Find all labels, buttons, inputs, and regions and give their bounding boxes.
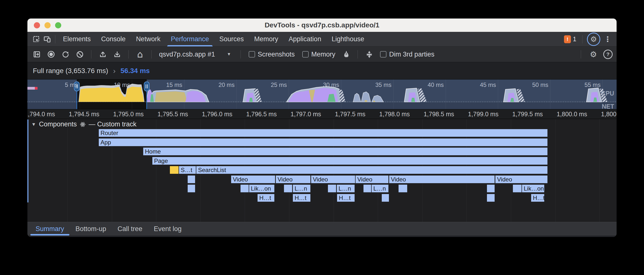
- screenshots-checkbox[interactable]: [249, 51, 255, 58]
- components-track-header[interactable]: ▼ Components — Custom track: [31, 120, 136, 128]
- flame-bar-home[interactable]: Home: [143, 148, 548, 155]
- selected-range-label[interactable]: 56.34 ms: [120, 67, 150, 75]
- capture-settings-gear-icon[interactable]: ⚙: [588, 49, 599, 60]
- home-icon[interactable]: ⌂: [134, 49, 146, 60]
- flame-bar-lik-on[interactable]: Lik…on: [522, 185, 544, 192]
- flame-bar-searchlist[interactable]: SearchList: [196, 166, 548, 174]
- ruler-tick-label: 1,798.0 ms: [379, 110, 410, 118]
- flame-bar-h-t[interactable]: H…t: [258, 194, 274, 202]
- flame-bar-router[interactable]: Router: [99, 129, 548, 137]
- download-profile-icon[interactable]: [112, 49, 122, 60]
- tab-sources[interactable]: Sources: [214, 32, 249, 46]
- ruler-tick-label: 1,796.0 ms: [202, 110, 232, 118]
- window-title: DevTools - qsvd7p.csb.app/video/1: [265, 21, 380, 29]
- flame-bar-h-t[interactable]: H…t: [337, 194, 354, 202]
- flame-bar[interactable]: [487, 194, 494, 202]
- issues-count[interactable]: 1: [573, 36, 576, 43]
- screenshots-label[interactable]: Screenshots: [258, 50, 295, 58]
- help-icon[interactable]: ?: [603, 50, 613, 59]
- flame-bar[interactable]: [240, 185, 249, 192]
- flame-bar[interactable]: [398, 185, 407, 192]
- cpu-burst-scripting: [78, 84, 144, 102]
- tab-summary[interactable]: Summary: [30, 222, 70, 236]
- flame-bar-video[interactable]: Video: [231, 176, 275, 183]
- ruler-tick-label: 1,795.5 ms: [158, 110, 188, 118]
- dim-3rd-parties-label[interactable]: Dim 3rd parties: [389, 50, 434, 58]
- screenshots-checkbox-group: Screenshots: [249, 50, 295, 58]
- tab-call-tree[interactable]: Call tree: [112, 222, 148, 236]
- device-toolbar-icon[interactable]: [42, 34, 52, 45]
- tab-console[interactable]: Console: [96, 32, 131, 46]
- tab-network[interactable]: Network: [131, 32, 166, 46]
- panel-tabs: ElementsConsoleNetworkPerformanceSources…: [58, 32, 370, 46]
- flame-bar-l-n[interactable]: L…n: [293, 185, 310, 192]
- flame-bar-lik-on[interactable]: Lik…on: [249, 185, 274, 192]
- flame-bar-video[interactable]: Video: [389, 176, 494, 183]
- flame-bar-l-n[interactable]: L…n: [372, 185, 388, 192]
- tab-memory[interactable]: Memory: [249, 32, 284, 46]
- zoom-window-button[interactable]: [55, 22, 61, 28]
- issues-warning-icon[interactable]: !: [564, 35, 571, 43]
- flame-bar[interactable]: [188, 185, 195, 192]
- tab-application[interactable]: Application: [284, 32, 326, 46]
- tab-elements[interactable]: Elements: [58, 32, 96, 46]
- flame-bar[interactable]: [513, 185, 522, 192]
- garbage-collect-icon[interactable]: [341, 49, 352, 60]
- devtools-window: DevTools - qsvd7p.csb.app/video/1 Elemen…: [28, 18, 616, 237]
- flame-bar[interactable]: [382, 194, 389, 202]
- flame-chart-area[interactable]: ▼ Components — Custom track RouterAppHom…: [28, 119, 616, 222]
- flame-bar-video[interactable]: Video: [276, 176, 310, 183]
- minimize-window-button[interactable]: [44, 22, 50, 28]
- reload-record-icon[interactable]: [60, 49, 71, 60]
- dim-3rd-parties-checkbox-group: Dim 3rd parties: [380, 50, 434, 58]
- network-request-marker: [28, 87, 38, 90]
- flame-bar[interactable]: [487, 185, 494, 192]
- toolbar-separator-5: [358, 50, 358, 58]
- title-bar: DevTools - qsvd7p.csb.app/video/1: [28, 18, 616, 32]
- settings-gear-icon[interactable]: ⚙: [587, 32, 600, 46]
- flame-bar-h-t[interactable]: H…t: [531, 194, 544, 202]
- react-atom-icon: [80, 122, 86, 128]
- history-dropdown[interactable]: qsvd7p.csb.app #1: [159, 50, 215, 58]
- flame-bar[interactable]: [188, 176, 195, 183]
- flame-bar-app[interactable]: App: [99, 138, 548, 146]
- flame-bar[interactable]: [328, 185, 336, 192]
- flame-bar[interactable]: [284, 185, 292, 192]
- track-name: Components: [39, 120, 77, 128]
- flame-bar-s-t[interactable]: S…t: [179, 166, 196, 174]
- chevron-down-icon[interactable]: ▼: [227, 52, 231, 57]
- upload-profile-icon[interactable]: [97, 49, 108, 60]
- flame-bar-h-t[interactable]: H…t: [293, 194, 310, 202]
- toolbar-separator-3: [151, 50, 152, 58]
- timeline-overview[interactable]: 5 ms10 ms15 ms20 ms25 ms30 ms35 ms40 ms4…: [28, 80, 616, 109]
- ruler-tick-label: 1,799.0 ms: [468, 110, 498, 118]
- tab-bottom-up[interactable]: Bottom-up: [70, 222, 112, 236]
- tab-performance[interactable]: Performance: [166, 32, 214, 46]
- inspect-element-icon[interactable]: [31, 34, 42, 45]
- collapse-tracks-icon[interactable]: [364, 49, 374, 60]
- memory-checkbox-group: Memory: [302, 50, 336, 58]
- flame-bar-l-n[interactable]: L…n: [337, 185, 354, 192]
- memory-checkbox[interactable]: [302, 51, 309, 58]
- tabbar-right-cluster: ! 1 ⚙ ⋮: [564, 32, 613, 46]
- toggle-sidebar-icon[interactable]: [31, 49, 42, 60]
- close-window-button[interactable]: [34, 22, 40, 28]
- dim-3rd-parties-checkbox[interactable]: [380, 51, 386, 58]
- flame-bar-page[interactable]: Page: [152, 157, 548, 165]
- flame-bar-video[interactable]: Video: [311, 176, 355, 183]
- more-options-icon[interactable]: ⋮: [602, 34, 613, 45]
- full-range-label[interactable]: Full range (3,653.76 ms): [33, 67, 108, 75]
- flame-bar[interactable]: [364, 185, 371, 192]
- tab-lighthouse[interactable]: Lighthouse: [326, 32, 370, 46]
- tab-event-log[interactable]: Event log: [148, 222, 188, 236]
- cpu-overview-chart: [28, 80, 616, 109]
- collapse-triangle-icon[interactable]: ▼: [31, 122, 36, 127]
- flame-bar-video[interactable]: Video: [356, 176, 388, 183]
- toolbar-separator-4: [240, 50, 241, 58]
- memory-label[interactable]: Memory: [312, 50, 336, 58]
- clear-icon[interactable]: [74, 49, 85, 60]
- flame-bar-video[interactable]: Video: [495, 176, 548, 183]
- flame-bar[interactable]: [170, 166, 178, 174]
- network-lane: [28, 102, 616, 109]
- record-icon[interactable]: [46, 49, 56, 60]
